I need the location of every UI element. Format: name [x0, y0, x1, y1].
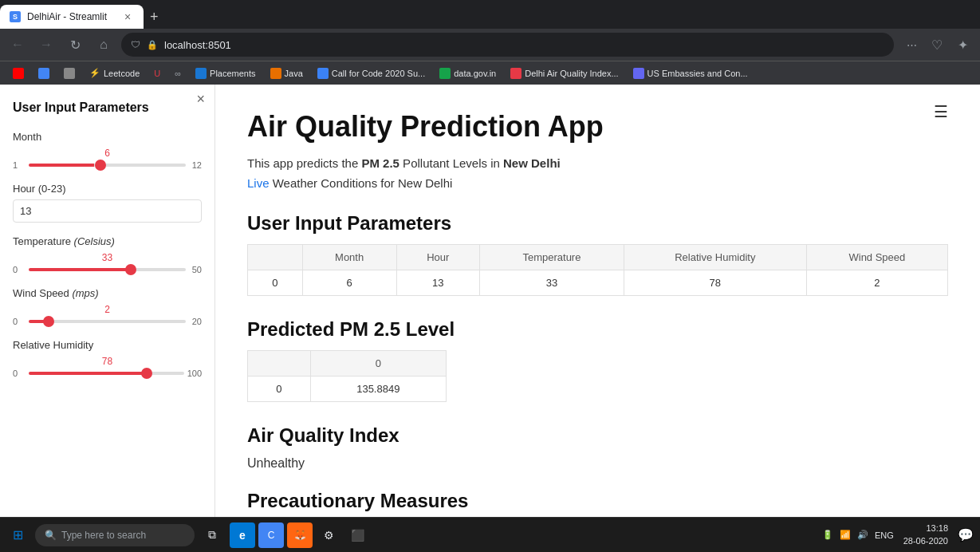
taskbar-edge-icon[interactable]: e [230, 522, 255, 548]
app-subtitle: This app predicts the PM 2.5 Pollutant L… [247, 156, 948, 170]
home-button[interactable]: ⌂ [92, 34, 115, 56]
temperature-slider[interactable] [29, 268, 186, 271]
security-icon: 🛡 [131, 39, 140, 50]
forward-button[interactable]: → [35, 34, 57, 56]
bookmark-placements-icon [195, 68, 207, 79]
tab-favicon: S [10, 11, 21, 22]
bookmark-placements-label: Placements [210, 69, 255, 78]
bookmark-u[interactable]: U [148, 67, 167, 80]
subtitle-bold: PM 2.5 [361, 156, 399, 170]
bookmark-circle-icon [64, 68, 75, 79]
temperature-label: Temperature (Celsius) [13, 235, 202, 247]
battery-icon: 🔋 [822, 530, 833, 540]
subtitle-prefix: This app predicts the [247, 156, 361, 170]
nav-bar: ← → ↻ ⌂ 🛡 🔒 localhost:8501 ⋯ ♡ ✦ [0, 29, 980, 61]
col-header-temperature: Temperature [480, 245, 624, 270]
app-title: Air Quality Prediction App [247, 110, 948, 144]
temperature-slider-row: 0 50 [13, 265, 202, 274]
hour-param-group: Hour (0-23) [13, 183, 202, 223]
bookmark-leetcode[interactable]: ⚡ Leetcode [83, 66, 146, 80]
bookmark-google[interactable] [32, 66, 56, 81]
bookmark-datagov[interactable]: data.gov.in [433, 66, 502, 81]
month-param-group: Month 6 1 12 [13, 131, 202, 170]
bookmark-infinity[interactable]: ∞ [168, 67, 187, 80]
temperature-label-italic: (Celsius) [74, 235, 115, 247]
pm-col-zero: 0 [310, 351, 446, 377]
taskbar-search-placeholder: Type here to search [61, 530, 146, 541]
bookmark-youtube-icon [13, 68, 24, 79]
address-text: localhost:8501 [164, 39, 884, 51]
humidity-slider[interactable] [29, 372, 184, 375]
taskbar-chrome-icon[interactable]: C [258, 522, 284, 548]
tab-close-button[interactable]: × [121, 10, 134, 23]
section-precaution-title: Precautionary Measures [247, 490, 948, 512]
active-tab[interactable]: S DelhiAir - Streamlit × [0, 5, 144, 29]
row-index: 0 [248, 270, 303, 296]
subtitle-suffix: Pollutant Levels in [399, 156, 503, 170]
bookmark-google-icon [38, 68, 49, 79]
col-header-index [248, 245, 303, 270]
taskbar-settings-icon[interactable]: ⚙ [316, 522, 341, 548]
month-label: Month [13, 131, 202, 143]
bookmark-delhi-aqi[interactable]: Delhi Air Quality Index... [504, 66, 624, 81]
extensions-button[interactable]: ⋯ [900, 34, 923, 56]
month-min: 1 [13, 160, 26, 170]
bookmark-datagov-label: data.gov.in [454, 69, 496, 78]
pm-data-row: 0 135.8849 [248, 377, 447, 402]
wind-speed-slider[interactable] [29, 320, 186, 323]
live-link-text[interactable]: Live [247, 176, 270, 190]
hamburger-menu-icon[interactable]: ☰ [934, 102, 948, 121]
humidity-param-group: Relative Humidity 78 0 100 [13, 339, 202, 378]
row-hour: 13 [396, 270, 479, 296]
lang-label: ENG [875, 530, 894, 540]
row-temperature: 33 [480, 270, 624, 296]
input-params-table: Month Hour Temperature Relative Humidity… [247, 244, 948, 296]
task-view-button[interactable]: ⧉ [201, 524, 223, 546]
month-slider[interactable] [29, 164, 186, 167]
notifications-icon[interactable]: 💬 [958, 527, 974, 542]
bookmark-us-embassies[interactable]: US Embassies and Con... [627, 66, 754, 81]
main-content: ☰ Air Quality Prediction App This app pr… [215, 85, 980, 517]
sidebar-close-button[interactable]: × [196, 91, 205, 108]
profile-button[interactable]: ✦ [951, 34, 974, 56]
reload-button[interactable]: ↻ [64, 34, 86, 56]
col-header-hour: Hour [396, 245, 479, 270]
row-wind-speed: 2 [806, 270, 947, 296]
col-header-month: Month [302, 245, 396, 270]
live-weather-link: Live Weather Conditions for New Delhi [247, 176, 948, 190]
pm-row-value: 135.8849 [310, 377, 446, 402]
new-tab-button[interactable]: + [144, 9, 165, 26]
hour-input[interactable] [13, 199, 202, 223]
bookmark-circle[interactable] [57, 66, 81, 81]
bookmark-call-for-code-label: Call for Code 2020 Su... [332, 69, 425, 78]
taskbar-search[interactable]: 🔍 Type here to search [35, 524, 195, 546]
temperature-min: 0 [13, 265, 26, 274]
sidebar: × User Input Parameters Month 6 1 12 Hou… [0, 85, 215, 517]
bookmark-java[interactable]: Java [264, 66, 309, 81]
month-value: 6 [13, 148, 202, 159]
bookmark-youtube[interactable] [6, 66, 30, 81]
pm-col-index [248, 351, 311, 377]
taskbar-firefox-icon[interactable]: 🦊 [287, 522, 313, 548]
bookmark-call-for-code[interactable]: Call for Code 2020 Su... [311, 66, 431, 81]
back-button[interactable]: ← [6, 34, 29, 56]
tab-title: DelhiAir - Streamlit [27, 11, 115, 22]
row-humidity: 78 [624, 270, 806, 296]
clock-time: 13:18 [903, 522, 948, 534]
windows-start-button[interactable]: ⊞ [6, 524, 29, 546]
taskbar-terminal-icon[interactable]: ⬛ [344, 522, 370, 548]
favorites-button[interactable]: ♡ [926, 34, 948, 56]
wind-speed-slider-row: 0 20 [13, 317, 202, 326]
col-header-humidity: Relative Humidity [624, 245, 806, 270]
bookmark-leetcode-label: Leetcode [104, 69, 140, 78]
bookmark-placements[interactable]: Placements [189, 66, 262, 81]
tab-bar: S DelhiAir - Streamlit × + [0, 0, 980, 29]
sidebar-title: User Input Parameters [13, 101, 202, 115]
clock-date: 28-06-2020 [903, 535, 948, 547]
bookmark-leetcode-icon: ⚡ [89, 68, 100, 78]
col-header-wind-speed: Wind Speed [806, 245, 947, 270]
address-bar[interactable]: 🛡 🔒 localhost:8501 [121, 33, 894, 57]
pm-header-row: 0 [248, 351, 447, 377]
taskbar-right: 🔋 📶 🔊 ENG 13:18 28-06-2020 💬 [822, 522, 974, 547]
pm-row-index: 0 [248, 377, 311, 402]
